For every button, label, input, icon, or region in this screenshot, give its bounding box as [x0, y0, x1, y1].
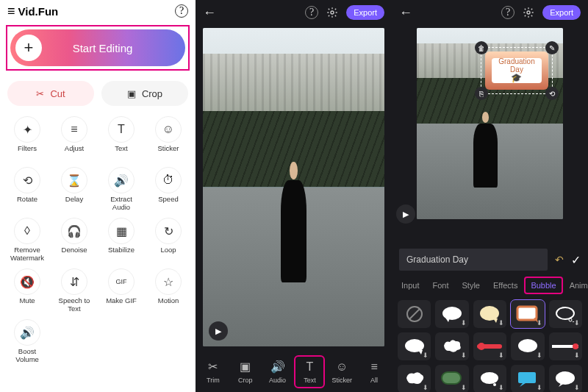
bottom-sticker[interactable]: ☺Sticker — [328, 357, 356, 387]
app-title: Vid.Fun — [18, 5, 59, 18]
denoise-icon: 🎧 — [61, 218, 87, 244]
help-icon[interactable]: ? — [501, 6, 514, 19]
export-button[interactable]: Export — [346, 5, 384, 20]
bottom-all[interactable]: ≡All — [360, 357, 388, 387]
bubble-style-12[interactable]: ⬇ — [473, 365, 506, 392]
bubble-style-13[interactable]: ⬇ — [511, 365, 544, 392]
bubble-style-4[interactable]: ⬇ — [549, 300, 582, 328]
boost-volume-icon: 🔊 — [14, 319, 40, 346]
edit-handle-icon[interactable]: ✎ — [545, 41, 559, 54]
tool-motion[interactable]: ☆Motion — [146, 268, 191, 312]
text-input-row: ↶ ✓ — [392, 244, 588, 275]
tool-label: Make GIF — [106, 297, 137, 312]
sticker-icon: ☺ — [336, 360, 348, 374]
cut-button[interactable]: ✂ Cut — [7, 81, 94, 106]
svg-point-16 — [478, 343, 485, 350]
tool-rotate[interactable]: ⟲Rotate — [4, 167, 50, 210]
svg-rect-23 — [518, 372, 536, 383]
plus-icon: + — [15, 35, 42, 61]
help-icon[interactable]: ? — [175, 4, 188, 18]
play-button[interactable]: ▶ — [396, 204, 415, 224]
bubble-style-9[interactable]: ⬇ — [549, 332, 582, 360]
text-overlay-frame[interactable]: Graduation Day 🎓 🗑 ✎ ⎘ ⟲ — [476, 43, 557, 99]
copy-handle-icon[interactable]: ⎘ — [475, 87, 488, 100]
tool-speech-to-text[interactable]: ⇵Speech to Text — [51, 268, 97, 312]
back-icon[interactable]: ← — [399, 5, 412, 21]
extract-audio-icon: 🔊 — [108, 167, 135, 193]
delete-handle-icon[interactable]: 🗑 — [475, 41, 488, 54]
tab-input[interactable]: Input — [396, 278, 424, 293]
bubble-overlay[interactable]: Graduation Day 🎓 — [485, 51, 548, 90]
remove-watermark-icon: ◊ — [14, 218, 40, 244]
resize-handle-icon[interactable]: ⟲ — [545, 87, 559, 100]
tab-font[interactable]: Font — [427, 278, 453, 293]
bubble-style-7[interactable]: ⬇ — [473, 332, 506, 360]
download-icon: ⬇ — [574, 384, 580, 391]
tool-denoise[interactable]: 🎧Denoise — [51, 218, 97, 261]
play-button[interactable]: ▶ — [209, 321, 228, 341]
bottom-label: All — [370, 377, 378, 384]
bottom-audio[interactable]: 🔊Audio — [264, 357, 292, 387]
tool-mute[interactable]: 🔇Mute — [4, 268, 50, 312]
mute-icon: 🔇 — [14, 268, 40, 295]
tool-speed[interactable]: ⏱Speed — [146, 167, 191, 210]
tab-bubble[interactable]: Bubble — [526, 278, 561, 293]
tab-effects[interactable]: Effects — [488, 278, 523, 293]
tool-label: Mute — [19, 297, 35, 312]
bottom-crop[interactable]: ▣Crop — [232, 357, 259, 387]
bubble-style-10[interactable]: ⬇ — [398, 365, 431, 392]
crop-button[interactable]: ▣ Crop — [101, 81, 188, 106]
cut-label: Cut — [50, 88, 65, 99]
menu-icon[interactable]: ≡ — [7, 4, 15, 19]
bottom-trim[interactable]: ✂Trim — [199, 357, 227, 387]
bubble-style-2[interactable]: ⬇ — [473, 300, 506, 328]
tool-filters[interactable]: ✦Filters — [4, 116, 50, 160]
tool-label: Filters — [18, 145, 37, 160]
bubble-style-3[interactable]: ⬇ — [511, 300, 544, 328]
tab-style[interactable]: Style — [456, 278, 484, 293]
tool-sticker[interactable]: ☺Sticker — [146, 116, 191, 160]
text-tabs: InputFontStyleEffectsBubbleAnimation — [392, 275, 588, 296]
back-icon[interactable]: ← — [203, 5, 216, 21]
svg-marker-24 — [520, 383, 526, 387]
bubble-style-5[interactable]: ⬇ — [398, 332, 431, 360]
text-input[interactable] — [399, 249, 548, 271]
video-preview-small[interactable]: Graduation Day 🎓 🗑 ✎ ⎘ ⟲ — [417, 28, 563, 219]
tool-text[interactable]: TText — [98, 116, 144, 160]
tool-adjust[interactable]: ≡Adjust — [51, 116, 97, 160]
bubble-style-1[interactable]: ⬇ — [435, 300, 468, 328]
help-icon[interactable]: ? — [305, 6, 318, 19]
tool-delay[interactable]: ⌛Delay — [51, 167, 97, 210]
tool-label: Remove Watermark — [10, 246, 44, 261]
tool-label: Boost Volume — [15, 348, 39, 363]
tool-extract-audio[interactable]: 🔊Extract Audio — [98, 167, 144, 210]
bubble-style-14[interactable]: ⬇ — [549, 365, 582, 392]
settings-icon[interactable] — [326, 6, 339, 19]
start-editing-button[interactable]: + Start Editing — [10, 29, 185, 66]
bottom-text[interactable]: TText — [295, 357, 323, 387]
bottom-label: Trim — [207, 377, 220, 384]
tool-loop[interactable]: ↻Loop — [146, 218, 191, 261]
tool-remove-watermark[interactable]: ◊Remove Watermark — [4, 218, 50, 261]
tab-animation[interactable]: Animation — [564, 278, 588, 293]
tool-stabilize[interactable]: ▦Stabilize — [98, 218, 144, 261]
tool-boost-volume[interactable]: 🔊Boost Volume — [4, 319, 50, 363]
overlay-line-1: Graduation — [498, 57, 534, 65]
confirm-icon[interactable]: ✓ — [571, 253, 581, 267]
crop-icon: ▣ — [127, 88, 136, 99]
start-editing-label: Start Editing — [42, 42, 185, 54]
svg-marker-5 — [445, 318, 450, 322]
download-icon: ⬇ — [537, 319, 542, 327]
bubble-style-11[interactable]: ⬇ — [435, 365, 468, 392]
export-button[interactable]: Export — [542, 5, 581, 20]
bubble-style-6[interactable]: ⬇ — [435, 332, 468, 360]
bubble-style-8[interactable]: ⬇ — [511, 332, 544, 360]
tool-make-gif[interactable]: GIFMake GIF — [98, 268, 144, 312]
bottom-label: Audio — [269, 377, 286, 384]
loop-icon: ↻ — [155, 218, 182, 244]
bubble-style-0[interactable] — [398, 300, 431, 328]
video-preview[interactable]: ▶ — [203, 28, 384, 346]
undo-icon[interactable]: ↶ — [555, 254, 564, 266]
panel-editor: ← ? Export ▶ ✂Trim▣Crop🔊AudioTText☺Stick… — [196, 0, 392, 392]
settings-icon[interactable] — [522, 6, 535, 19]
